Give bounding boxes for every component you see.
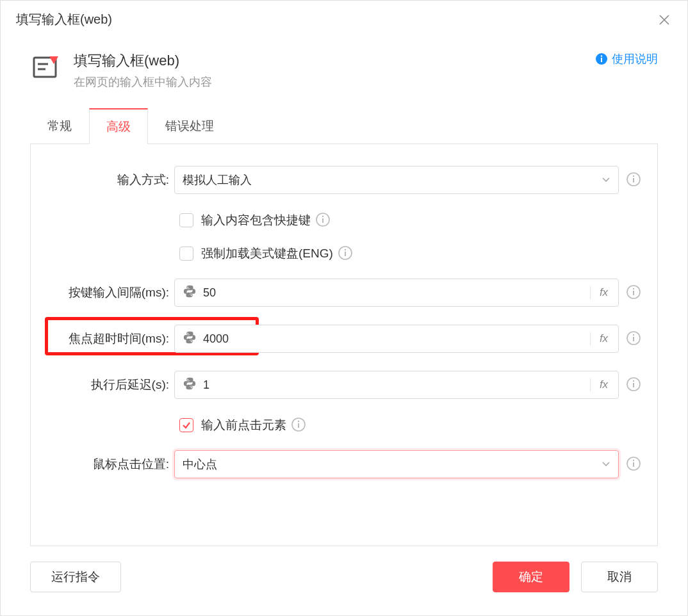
chevron-down-icon <box>602 174 610 187</box>
ok-button[interactable]: 确定 <box>493 562 569 592</box>
info-icon[interactable] <box>316 213 331 228</box>
click-position-label: 鼠标点击位置: <box>46 456 174 473</box>
input-method-select[interactable]: 模拟人工输入 <box>174 166 619 194</box>
tab-advanced[interactable]: 高级 <box>89 108 148 144</box>
info-icon[interactable] <box>627 285 642 300</box>
svg-rect-19 <box>633 337 634 341</box>
svg-point-20 <box>633 334 634 336</box>
svg-point-29 <box>633 460 634 461</box>
svg-point-14 <box>345 249 346 250</box>
tab-error[interactable]: 错误处理 <box>148 108 231 144</box>
exec-delay-input-wrap: fx <box>174 371 619 399</box>
fx-button[interactable]: fx <box>590 332 610 345</box>
tab-general[interactable]: 常规 <box>30 108 89 144</box>
svg-rect-25 <box>298 423 299 428</box>
svg-rect-28 <box>633 462 634 467</box>
hotkey-checkbox[interactable] <box>179 213 193 227</box>
form-panel: 输入方式: 模拟人工输入 输入内容包含快捷键 <box>30 143 658 546</box>
input-method-label: 输入方式: <box>46 172 174 188</box>
form-edit-icon <box>30 51 61 82</box>
header-title: 填写输入框(web) <box>74 51 595 70</box>
info-icon[interactable] <box>291 417 307 433</box>
svg-point-26 <box>298 421 299 422</box>
click-before-checkbox[interactable] <box>179 418 193 432</box>
dialog: 填写输入框(web) 填写输入框(web) 在网页的输入框中输入内容 使用说明 … <box>0 0 688 616</box>
header: 填写输入框(web) 在网页的输入框中输入内容 使用说明 <box>1 38 687 97</box>
help-link-label: 使用说明 <box>612 51 658 67</box>
focus-timeout-input[interactable] <box>203 332 586 346</box>
chevron-down-icon <box>602 458 610 471</box>
hotkey-checkbox-label: 输入内容包含快捷键 <box>201 212 311 229</box>
close-icon[interactable] <box>657 12 672 28</box>
svg-point-23 <box>633 380 634 382</box>
info-icon[interactable] <box>627 377 642 393</box>
python-icon <box>183 284 197 302</box>
key-interval-input[interactable] <box>203 286 586 300</box>
run-button[interactable]: 运行指令 <box>30 562 121 592</box>
svg-rect-13 <box>345 252 346 256</box>
info-icon[interactable] <box>627 331 642 346</box>
fx-button[interactable]: fx <box>590 378 610 391</box>
footer: 运行指令 确定 取消 <box>1 562 687 615</box>
svg-rect-22 <box>633 383 634 387</box>
click-before-checkbox-label: 输入前点击元素 <box>201 417 286 434</box>
key-interval-label: 按键输入间隔(ms): <box>46 284 174 301</box>
svg-rect-4 <box>601 58 602 62</box>
svg-point-11 <box>322 216 324 217</box>
fx-button[interactable]: fx <box>590 286 610 299</box>
eng-keyboard-checkbox[interactable] <box>179 247 193 261</box>
info-icon <box>595 53 608 65</box>
key-interval-input-wrap: fx <box>174 279 619 307</box>
tabs: 常规 高级 错误处理 <box>1 108 687 143</box>
python-icon <box>183 330 197 348</box>
svg-point-8 <box>633 175 634 177</box>
svg-rect-10 <box>322 218 324 223</box>
input-method-value: 模拟人工输入 <box>183 172 252 188</box>
exec-delay-input[interactable] <box>203 378 586 392</box>
help-link[interactable]: 使用说明 <box>595 51 658 67</box>
exec-delay-label: 执行后延迟(s): <box>46 377 174 393</box>
focus-timeout-label: 焦点超时时间(ms): <box>46 330 174 347</box>
focus-timeout-input-wrap: fx <box>174 325 619 353</box>
header-subtitle: 在网页的输入框中输入内容 <box>74 74 595 90</box>
svg-point-5 <box>601 55 602 56</box>
info-icon[interactable] <box>627 457 642 472</box>
click-position-value: 中心点 <box>183 457 217 472</box>
dialog-title: 填写输入框(web) <box>16 11 112 28</box>
svg-point-17 <box>633 288 634 289</box>
info-icon[interactable] <box>338 246 354 261</box>
click-position-select[interactable]: 中心点 <box>174 450 619 478</box>
info-icon[interactable] <box>627 172 642 188</box>
svg-rect-16 <box>633 291 634 295</box>
cancel-button[interactable]: 取消 <box>581 562 658 592</box>
python-icon <box>183 377 197 394</box>
titlebar: 填写输入框(web) <box>1 1 687 38</box>
eng-keyboard-checkbox-label: 强制加载美式键盘(ENG) <box>201 245 333 262</box>
svg-rect-7 <box>633 178 634 182</box>
